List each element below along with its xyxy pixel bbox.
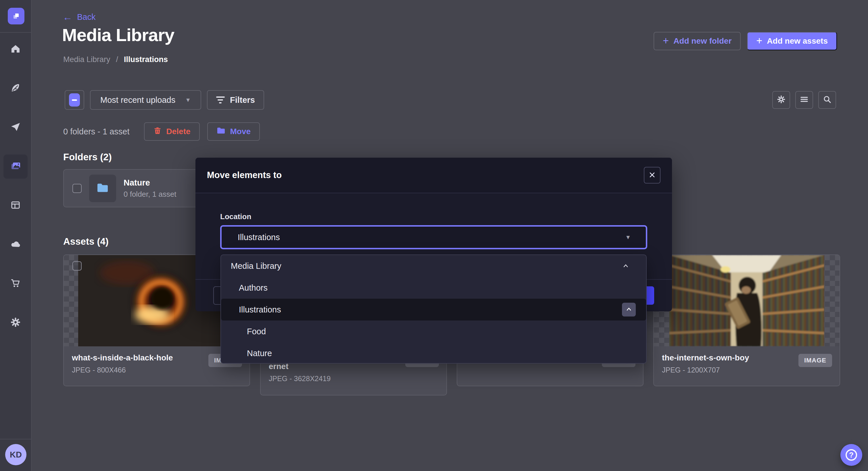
paper-plane-icon	[10, 122, 21, 133]
folder-icon	[96, 181, 109, 196]
modal-header: Move elements to	[195, 158, 672, 193]
collapse-button[interactable]	[622, 303, 636, 316]
sort-value: Most recent uploads	[100, 95, 175, 105]
sidebar-item-pages[interactable]	[3, 194, 28, 218]
sidebar-item-releases[interactable]	[3, 115, 28, 140]
asset-info: the-internet-s-own-boy JPEG - 1200X707 I…	[654, 346, 840, 381]
dropdown-item-label: Food	[247, 327, 266, 336]
chevron-up-icon[interactable]	[622, 262, 629, 270]
asset-thumbnail	[654, 255, 840, 346]
breadcrumb-parent[interactable]: Media Library	[63, 55, 111, 64]
location-dropdown: Media Library Authors Illustrations Food…	[220, 255, 647, 364]
sidebar-item-home[interactable]	[3, 37, 28, 62]
back-link[interactable]: ← Back	[63, 12, 95, 22]
toolbar: Most recent uploads ▼ Filters	[65, 90, 264, 110]
sidebar-item-marketplace[interactable]	[3, 272, 28, 296]
avatar[interactable]: KD	[5, 444, 26, 465]
location-combobox[interactable]: Illustrations ▼	[220, 225, 647, 249]
view-actions	[772, 91, 836, 109]
breadcrumb-current: Illustrations	[124, 55, 168, 64]
cart-icon	[10, 278, 21, 290]
search-button[interactable]	[818, 91, 836, 109]
sidebar-item-settings[interactable]	[3, 311, 28, 335]
dropdown-item-authors[interactable]: Authors	[221, 277, 646, 299]
folder-meta: 0 folder, 1 asset	[124, 190, 177, 199]
add-new-folder-button[interactable]: + Add new folder	[654, 32, 741, 50]
dropdown-item-label: Nature	[247, 349, 272, 358]
move-button[interactable]: Move	[207, 122, 260, 141]
dropdown-item-label: Authors	[239, 283, 268, 293]
filters-label: Filters	[230, 95, 255, 105]
strapi-logo[interactable]	[8, 8, 25, 25]
strapi-logo-glyph	[11, 11, 21, 21]
sidebar-item-media-library[interactable]	[3, 155, 28, 179]
assets-heading: Assets (4)	[63, 236, 108, 247]
list-view-button[interactable]	[795, 91, 813, 109]
home-icon	[10, 44, 21, 55]
asset-checkbox[interactable]	[72, 261, 82, 271]
caret-down-icon: ▼	[185, 97, 191, 103]
close-icon	[649, 171, 656, 179]
breadcrumb-separator: /	[116, 55, 118, 64]
grid-settings-button[interactable]	[772, 91, 790, 109]
close-button[interactable]	[644, 167, 660, 183]
gear-icon	[10, 317, 21, 329]
dropdown-item-media-library[interactable]: Media Library	[221, 255, 646, 277]
cog-icon	[776, 95, 786, 105]
asset-card[interactable]: the-internet-s-own-boy JPEG - 1200X707 I…	[653, 255, 840, 386]
filters-button[interactable]: Filters	[207, 90, 264, 110]
select-all-checkbox[interactable]	[65, 90, 84, 110]
modal-body: Location Illustrations ▼	[195, 193, 672, 249]
add-new-folder-label: Add new folder	[674, 36, 732, 46]
library-photo-image	[669, 255, 824, 346]
trash-icon	[153, 126, 162, 137]
asset-type-badge: IMAGE	[799, 354, 832, 367]
selection-summary: 0 folders - 1 asset	[63, 127, 130, 136]
sidebar-nav	[0, 37, 31, 335]
sidebar-divider	[0, 32, 31, 33]
asset-meta: JPEG - 1200X707	[662, 366, 832, 374]
list-icon	[800, 95, 809, 105]
images-icon	[10, 160, 21, 173]
folder-icon	[216, 126, 226, 137]
dropdown-item-nature[interactable]: Nature	[221, 342, 646, 364]
header-actions: + Add new folder + Add new assets	[654, 32, 837, 50]
plus-icon: +	[663, 36, 669, 46]
sidebar: KD	[0, 0, 32, 471]
sidebar-divider	[0, 439, 31, 439]
back-label: Back	[77, 12, 95, 22]
asset-meta: JPEG - 800X466	[72, 366, 242, 374]
delete-label: Delete	[166, 127, 191, 136]
layout-icon	[10, 200, 21, 211]
search-icon	[823, 95, 832, 105]
asset-title: the-internet-s-own-boy	[662, 353, 785, 363]
back-arrow-icon: ←	[63, 12, 72, 22]
asset-title: what-s-inside-a-black-hole	[72, 353, 195, 363]
cloud-icon	[10, 239, 21, 251]
folders-heading: Folders (2)	[63, 152, 112, 163]
asset-meta: JPEG - 3628X2419	[269, 374, 438, 383]
sidebar-item-deploy[interactable]	[3, 233, 28, 257]
delete-button[interactable]: Delete	[144, 122, 200, 141]
chevron-up-icon	[625, 306, 632, 314]
sort-select[interactable]: Most recent uploads ▼	[90, 90, 201, 110]
folder-name: Nature	[124, 178, 177, 188]
page-title: Media Library	[62, 25, 174, 45]
add-new-assets-button[interactable]: + Add new assets	[747, 32, 837, 50]
caret-down-icon: ▼	[625, 234, 631, 241]
folder-checkbox[interactable]	[72, 184, 82, 193]
location-value: Illustrations	[238, 233, 280, 242]
filter-icon	[216, 97, 225, 103]
indeterminate-checkbox-icon	[69, 93, 80, 106]
move-label: Move	[230, 127, 251, 136]
dropdown-item-food[interactable]: Food	[221, 321, 646, 342]
add-new-assets-label: Add new assets	[767, 36, 828, 46]
dropdown-item-label: Media Library	[231, 261, 281, 271]
breadcrumb: Media Library / Illustrations	[63, 55, 168, 64]
app-root: KD ← Back Media Library Media Library / …	[0, 0, 868, 471]
help-icon: ?	[845, 449, 857, 461]
dropdown-item-illustrations[interactable]: Illustrations	[221, 299, 646, 321]
help-button[interactable]: ?	[840, 444, 862, 466]
sidebar-item-content[interactable]	[3, 76, 28, 101]
dropdown-item-label: Illustrations	[239, 305, 281, 314]
